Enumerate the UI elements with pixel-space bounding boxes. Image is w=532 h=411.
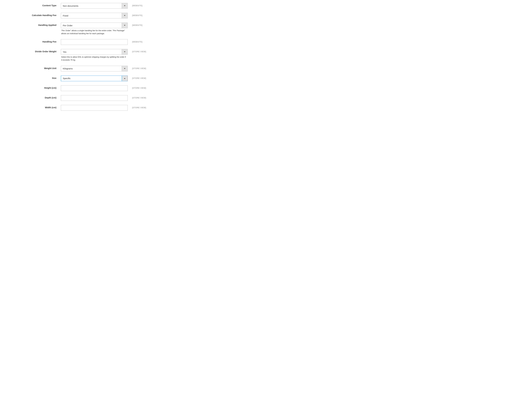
select-size-value: Specific [61,76,128,81]
select-size[interactable]: Specific [61,76,128,81]
select-handling-applied[interactable]: Per Order [61,23,128,28]
scope-depth: [STORE VIEW] [128,95,146,99]
input-handling-fee[interactable] [61,39,128,45]
dhl-settings-form: Content Type Non documents [WEBSITE] Cal… [4,3,183,111]
field-row-width: Width (cm) [STORE VIEW] [4,105,183,111]
select-calc-handling-fee-value: Fixed [61,13,128,19]
field-row-handling-applied: Handling Applied Per Order "Per Order" a… [4,23,183,35]
scope-weight-unit: [STORE VIEW] [128,66,146,69]
scope-handling-fee: [WEBSITE] [128,39,142,43]
label-width: Width (cm) [4,105,61,109]
scope-content-type: [WEBSITE] [128,3,142,7]
scope-width: [STORE VIEW] [128,105,146,109]
scope-calc-handling-fee: [WEBSITE] [128,13,142,17]
input-height[interactable] [61,85,128,91]
label-handling-applied: Handling Applied [4,23,61,26]
field-row-calc-handling-fee: Calculate Handling Fee Fixed [WEBSITE] [4,13,183,19]
label-size: Size [4,76,61,79]
select-content-type[interactable]: Non documents [61,3,128,9]
note-divide-order-weight: Select this to allow DHL to optimize shi… [61,55,128,61]
scope-height: [STORE VIEW] [128,85,146,89]
label-handling-fee: Handling Fee [4,39,61,43]
field-row-content-type: Content Type Non documents [WEBSITE] [4,3,183,9]
input-width[interactable] [61,105,128,111]
select-weight-unit-value: Kilograms [61,66,128,71]
field-row-size: Size Specific [STORE VIEW] [4,76,183,81]
note-handling-applied: "Per Order" allows a single handling fee… [61,28,128,35]
input-depth[interactable] [61,95,128,101]
select-content-type-value: Non documents [61,3,128,9]
label-weight-unit: Weight Unit [4,66,61,69]
select-divide-order-weight-value: Yes [61,49,128,55]
field-row-divide-order-weight: Divide Order Weight Yes Select this to a… [4,49,183,61]
label-content-type: Content Type [4,3,61,7]
scope-size: [STORE VIEW] [128,76,146,79]
label-height: Height (cm) [4,85,61,89]
scope-handling-applied: [WEBSITE] [128,23,142,26]
label-divide-order-weight: Divide Order Weight [4,49,61,53]
label-depth: Depth (cm) [4,95,61,99]
field-row-weight-unit: Weight Unit Kilograms [STORE VIEW] [4,66,183,71]
scope-divide-order-weight: [STORE VIEW] [128,49,146,53]
select-divide-order-weight[interactable]: Yes [61,49,128,55]
field-row-handling-fee: Handling Fee [WEBSITE] [4,39,183,45]
select-handling-applied-value: Per Order [61,23,128,28]
select-weight-unit[interactable]: Kilograms [61,66,128,71]
field-row-height: Height (cm) [STORE VIEW] [4,85,183,91]
select-calc-handling-fee[interactable]: Fixed [61,13,128,19]
label-calc-handling-fee: Calculate Handling Fee [4,13,61,17]
field-row-depth: Depth (cm) [STORE VIEW] [4,95,183,101]
